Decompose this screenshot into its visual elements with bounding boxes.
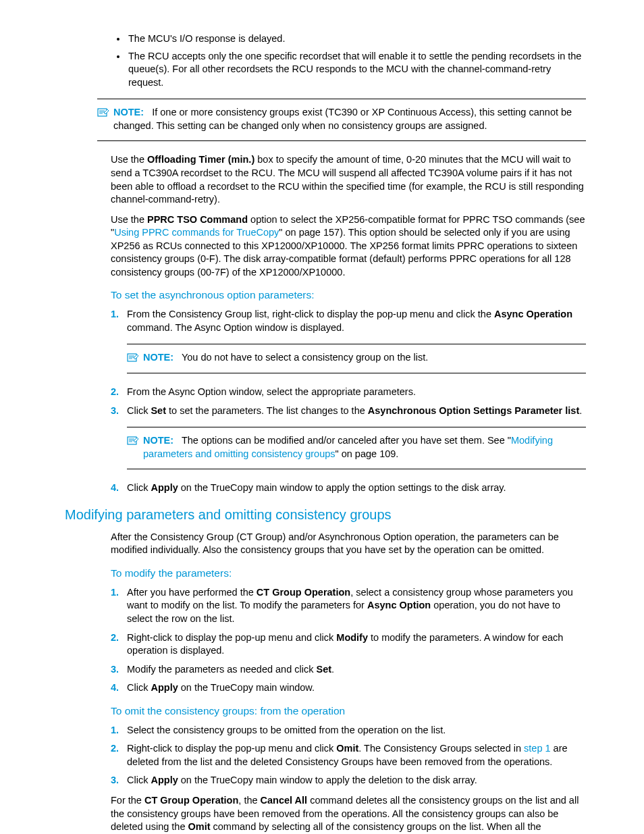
ordered-steps: After you have performed the CT Group Op…	[111, 586, 586, 695]
note-label: NOTE:	[113, 107, 144, 118]
bullet-item: The RCU accepts only the one specific re…	[127, 50, 586, 90]
step-item: Right-click to display the pop-up menu a…	[111, 742, 586, 768]
text: Use the	[111, 154, 147, 165]
text: Click	[127, 682, 151, 693]
text: Click	[127, 482, 151, 493]
bold-term: CT Group Operation	[257, 587, 350, 598]
step-item: Right-click to display the pop-up menu a…	[111, 631, 586, 658]
note-label: NOTE:	[143, 435, 173, 446]
bold-term: Apply	[151, 482, 178, 493]
step-item: From the Consistency Group list, right-c…	[111, 308, 586, 373]
text: After you have performed the	[127, 587, 257, 598]
note-icon	[127, 436, 139, 446]
text: From the Consistency Group list, right-c…	[127, 309, 494, 319]
procedure-heading: To set the asynchronous option parameter…	[111, 288, 586, 303]
text: command. The Async Option window is disp…	[127, 322, 344, 333]
bold-term: Apply	[151, 775, 178, 785]
note-text: NOTE: The options can be modified and/or…	[143, 434, 586, 461]
bold-term: Asynchronous Option Settings Parameter l…	[368, 405, 579, 416]
note-content: If one or more consistency groups exist …	[113, 107, 572, 131]
bullet-item: The MCU's I/O response is delayed.	[127, 32, 586, 46]
note-content: You do not have to select a consistency …	[182, 352, 428, 363]
note-text: NOTE: If one or more consistency groups …	[113, 106, 586, 132]
bold-term: Offloading Timer (min.)	[147, 154, 254, 165]
bold-term: CT Group Operation	[144, 795, 238, 806]
note-icon	[97, 107, 109, 118]
bold-term: Omit	[336, 743, 358, 754]
bold-term: Async Option	[367, 600, 431, 610]
step-item: Modify the parameters as needed and clic…	[111, 663, 586, 677]
bold-term: PPRC TSO Command	[147, 214, 248, 225]
bold-term: Modify	[336, 632, 368, 643]
bold-term: Set	[316, 664, 331, 675]
step-item: Click Apply on the TrueCopy main window.	[111, 681, 586, 695]
note-icon	[127, 353, 139, 363]
bold-term: Apply	[151, 682, 178, 693]
text: Click	[127, 405, 151, 416]
text: command by selecting all of the consiste…	[211, 821, 541, 832]
text: " on page 109.	[336, 448, 399, 459]
text: Use the	[111, 214, 147, 225]
text: on the TrueCopy main window to apply the…	[178, 775, 477, 785]
paragraph: For the CT Group Operation, the Cancel A…	[111, 794, 586, 834]
ordered-steps: From the Consistency Group list, right-c…	[111, 308, 586, 495]
bold-term: Async Operation	[494, 309, 572, 319]
text: . The Consistency Groups selected in	[358, 743, 524, 754]
text: Click	[127, 775, 151, 785]
text: .	[331, 664, 334, 675]
text: .	[579, 405, 582, 416]
note-text: NOTE: You do not have to select a consis…	[143, 351, 586, 365]
bold-term: Set	[151, 405, 166, 416]
note-box: NOTE: The options can be modified and/or…	[127, 427, 586, 469]
bullet-list: The MCU's I/O response is delayed. The R…	[127, 32, 586, 89]
text: Modify the parameters as needed and clic…	[127, 664, 316, 675]
procedure-heading: To omit the consistency groups: from the…	[111, 704, 586, 719]
text: , the	[238, 795, 260, 806]
paragraph: Use the PPRC TSO Command option to selec…	[111, 213, 586, 280]
text: on the TrueCopy main window to apply the…	[178, 482, 506, 493]
text: The options can be modified and/or cance…	[182, 435, 511, 446]
text: on the TrueCopy main window.	[178, 682, 315, 693]
paragraph: Use the Offloading Timer (min.) box to s…	[111, 153, 586, 206]
step-item: Select the consistency groups to be omit…	[111, 724, 586, 737]
step-item: After you have performed the CT Group Op…	[111, 586, 586, 626]
note-box: NOTE: If one or more consistency groups …	[97, 99, 586, 141]
text: Right-click to display the pop-up menu a…	[127, 743, 336, 754]
cross-reference-link[interactable]: Using PPRC commands for TrueCopy	[114, 227, 279, 238]
step-item: Click Apply on the TrueCopy main window …	[111, 774, 586, 787]
text: Right-click to display the pop-up menu a…	[127, 632, 336, 643]
note-box: NOTE: You do not have to select a consis…	[127, 344, 586, 373]
bold-term: Omit	[188, 821, 210, 832]
bold-term: Cancel All	[261, 795, 308, 806]
text: For the	[111, 795, 144, 806]
cross-reference-link[interactable]: step 1	[524, 743, 551, 754]
ordered-steps: Select the consistency groups to be omit…	[111, 724, 586, 787]
section-heading: Modifying parameters and omitting consis…	[65, 506, 586, 524]
text: to set the parameters. The list changes …	[166, 405, 368, 416]
step-item: Click Set to set the parameters. The lis…	[111, 405, 586, 470]
procedure-heading: To modify the parameters:	[111, 567, 586, 581]
step-item: Click Apply on the TrueCopy main window …	[111, 481, 586, 495]
paragraph: After the Consistency Group (CT Group) a…	[111, 531, 586, 557]
step-item: From the Async Option window, select the…	[111, 386, 586, 399]
note-label: NOTE:	[143, 352, 173, 363]
